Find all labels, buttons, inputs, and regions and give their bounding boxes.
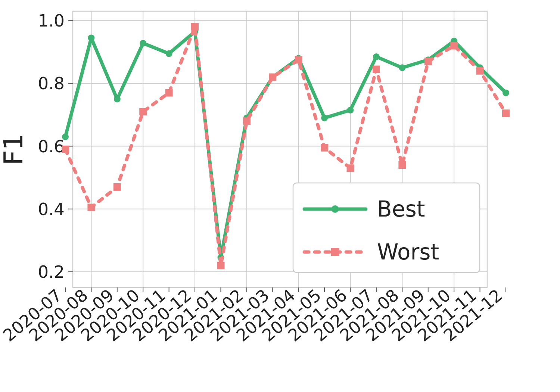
series-marker-best — [140, 40, 146, 47]
series-marker-worst — [321, 144, 328, 152]
series-marker-best — [62, 133, 69, 140]
f1-line-chart: 0.20.40.60.81.0F12020-072020-082020-0920… — [0, 0, 560, 392]
legend-label-best: Best — [377, 196, 425, 222]
series-marker-worst — [295, 56, 302, 63]
series-marker-worst — [62, 146, 69, 153]
series-marker-best — [88, 34, 94, 41]
series-marker-best — [114, 96, 121, 102]
series-marker-worst — [424, 58, 432, 65]
series-marker-worst — [476, 67, 484, 75]
series-marker-worst — [450, 42, 458, 50]
series-marker-best — [166, 50, 172, 57]
series-marker-worst — [373, 66, 380, 73]
legend: BestWorst — [293, 183, 480, 273]
series-marker-worst — [87, 204, 95, 211]
y-tick-label: 0.4 — [38, 199, 65, 219]
y-tick-label: 0.6 — [38, 137, 65, 156]
series-marker-worst — [398, 161, 406, 169]
chart-container: 0.20.40.60.81.0F12020-072020-082020-0920… — [0, 0, 560, 392]
series-marker-worst — [165, 89, 173, 97]
series-marker-worst — [191, 23, 199, 31]
series-marker-worst — [113, 183, 121, 191]
y-tick-label: 0.8 — [38, 74, 65, 93]
series-marker-worst — [502, 109, 510, 117]
series-marker-worst — [139, 108, 147, 115]
legend-marker-best — [332, 205, 339, 213]
series-marker-worst — [243, 117, 251, 125]
y-axis-label: F1 — [0, 134, 29, 165]
series-marker-best — [503, 90, 509, 96]
series-marker-worst — [347, 164, 354, 172]
series-marker-best — [399, 64, 405, 71]
series-marker-worst — [217, 262, 224, 269]
series-marker-worst — [269, 74, 276, 81]
series-marker-best — [373, 53, 380, 60]
legend-marker-worst — [331, 248, 339, 256]
series-marker-best — [347, 107, 354, 113]
y-tick-label: 1.0 — [38, 11, 65, 31]
series-marker-best — [321, 115, 328, 121]
y-tick-label: 0.2 — [38, 262, 65, 282]
legend-label-worst: Worst — [377, 239, 439, 265]
